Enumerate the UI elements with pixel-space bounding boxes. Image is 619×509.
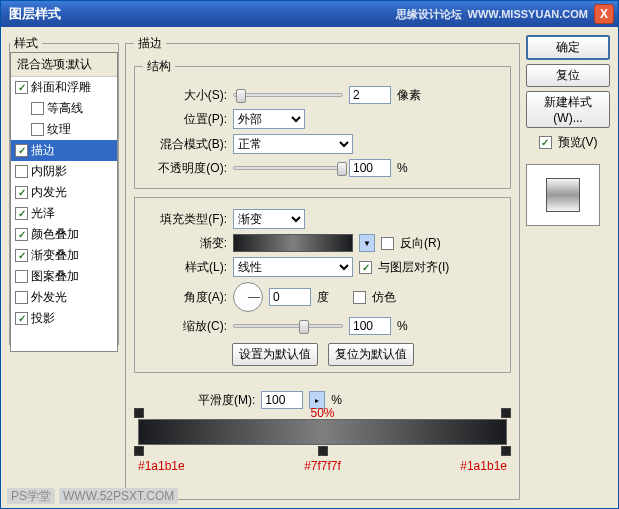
scale-label: 缩放(C): (143, 318, 227, 335)
style-checkbox[interactable] (31, 123, 44, 136)
style-checkbox[interactable] (15, 312, 28, 325)
stop-color-3: #1a1b1e (460, 459, 507, 473)
structure-group: 结构 大小(S): 像素 位置(P): 外部 混合模式(B): 正常 (134, 58, 511, 189)
size-input[interactable] (349, 86, 391, 104)
style-item-6[interactable]: 光泽 (11, 203, 117, 224)
close-icon: X (600, 7, 608, 21)
gradstyle-label: 样式(L): (143, 259, 227, 276)
style-checkbox[interactable] (15, 291, 28, 304)
gradient-swatch[interactable] (233, 234, 353, 252)
angle-label: 角度(A): (143, 289, 227, 306)
scale-input[interactable] (349, 317, 391, 335)
stop-color-2: #7f7f7f (304, 459, 341, 473)
angle-unit: 度 (317, 289, 329, 306)
scale-slider[interactable] (233, 324, 343, 328)
style-item-11[interactable]: 投影 (11, 308, 117, 329)
style-label: 投影 (31, 310, 55, 327)
preview-checkbox[interactable] (539, 136, 552, 149)
style-label: 颜色叠加 (31, 226, 79, 243)
style-item-2[interactable]: 纹理 (11, 119, 117, 140)
preview-swatch (546, 178, 580, 212)
dither-checkbox[interactable] (353, 291, 366, 304)
style-list: 混合选项:默认 斜面和浮雕等高线纹理描边内阴影内发光光泽颜色叠加渐变叠加图案叠加… (10, 52, 118, 352)
style-checkbox[interactable] (15, 144, 28, 157)
style-label: 纹理 (47, 121, 71, 138)
style-item-9[interactable]: 图案叠加 (11, 266, 117, 287)
style-item-3[interactable]: 描边 (11, 140, 117, 161)
preview-label: 预览(V) (558, 134, 598, 151)
color-stop-mid[interactable] (318, 446, 328, 456)
opacity-label: 不透明度(O): (143, 160, 227, 177)
stop-color-1: #1a1b1e (138, 459, 185, 473)
opacity-input[interactable] (349, 159, 391, 177)
watermark-url: WWW.MISSYUAN.COM (468, 8, 588, 20)
gradient-dropdown[interactable]: ▼ (359, 234, 375, 252)
style-item-7[interactable]: 颜色叠加 (11, 224, 117, 245)
action-panel: 确定 复位 新建样式(W)... 预览(V) (526, 35, 610, 500)
style-checkbox[interactable] (31, 102, 44, 115)
angle-input[interactable] (269, 288, 311, 306)
position-label: 位置(P): (143, 111, 227, 128)
style-label: 图案叠加 (31, 268, 79, 285)
opacity-unit: % (397, 161, 408, 175)
gradient-bar[interactable]: 50% (138, 419, 507, 445)
filltype-select[interactable]: 渐变 (233, 209, 305, 229)
footer-watermark: PS学堂WWW.52PSXT.COM (7, 488, 182, 505)
stroke-legend: 描边 (134, 35, 166, 52)
scale-unit: % (397, 319, 408, 333)
opacity-stop-left[interactable] (134, 408, 144, 418)
style-checkbox[interactable] (15, 81, 28, 94)
blend-options-row[interactable]: 混合选项:默认 (11, 53, 117, 77)
align-checkbox[interactable] (359, 261, 372, 274)
angle-dial[interactable] (233, 282, 263, 312)
reset-default-button[interactable]: 复位为默认值 (328, 343, 414, 366)
filltype-label: 填充类型(F): (143, 211, 227, 228)
styles-panel: 样式 混合选项:默认 斜面和浮雕等高线纹理描边内阴影内发光光泽颜色叠加渐变叠加图… (9, 35, 119, 500)
style-label: 渐变叠加 (31, 247, 79, 264)
style-checkbox[interactable] (15, 270, 28, 283)
style-label: 等高线 (47, 100, 83, 117)
style-item-5[interactable]: 内发光 (11, 182, 117, 203)
titlebar: 图层样式 思缘设计论坛 WWW.MISSYUAN.COM X (1, 1, 618, 27)
structure-legend: 结构 (143, 58, 175, 75)
size-label: 大小(S): (143, 87, 227, 104)
set-default-button[interactable]: 设置为默认值 (232, 343, 318, 366)
position-select[interactable]: 外部 (233, 109, 305, 129)
smoothness-input[interactable] (261, 391, 303, 409)
style-label: 光泽 (31, 205, 55, 222)
style-label: 斜面和浮雕 (31, 79, 91, 96)
style-item-1[interactable]: 等高线 (11, 98, 117, 119)
style-item-8[interactable]: 渐变叠加 (11, 245, 117, 266)
fill-group: 填充类型(F): 渐变 渐变: ▼ 反向(R) 样式(L): 线性 (134, 197, 511, 373)
gradstyle-select[interactable]: 线性 (233, 257, 353, 277)
opacity-stop-right[interactable] (501, 408, 511, 418)
style-checkbox[interactable] (15, 186, 28, 199)
window-title: 图层样式 (5, 5, 396, 23)
style-item-4[interactable]: 内阴影 (11, 161, 117, 182)
ok-button[interactable]: 确定 (526, 35, 610, 60)
style-item-10[interactable]: 外发光 (11, 287, 117, 308)
style-label: 内发光 (31, 184, 67, 201)
reverse-checkbox[interactable] (381, 237, 394, 250)
style-checkbox[interactable] (15, 249, 28, 262)
midpoint-label: 50% (310, 406, 334, 420)
gradient-label: 渐变: (143, 235, 227, 252)
color-stop-right[interactable] (501, 446, 511, 456)
smoothness-unit: % (331, 393, 342, 407)
new-style-button[interactable]: 新建样式(W)... (526, 91, 610, 128)
color-stop-left[interactable] (134, 446, 144, 456)
reverse-label: 反向(R) (400, 235, 441, 252)
size-slider[interactable] (233, 93, 343, 97)
blendmode-select[interactable]: 正常 (233, 134, 353, 154)
opacity-slider[interactable] (233, 166, 343, 170)
close-button[interactable]: X (594, 4, 614, 24)
style-checkbox[interactable] (15, 165, 28, 178)
style-label: 内阴影 (31, 163, 67, 180)
reset-button[interactable]: 复位 (526, 64, 610, 87)
style-label: 外发光 (31, 289, 67, 306)
dither-label: 仿色 (372, 289, 396, 306)
style-item-0[interactable]: 斜面和浮雕 (11, 77, 117, 98)
style-checkbox[interactable] (15, 207, 28, 220)
smoothness-label: 平滑度(M): (198, 392, 255, 409)
style-checkbox[interactable] (15, 228, 28, 241)
